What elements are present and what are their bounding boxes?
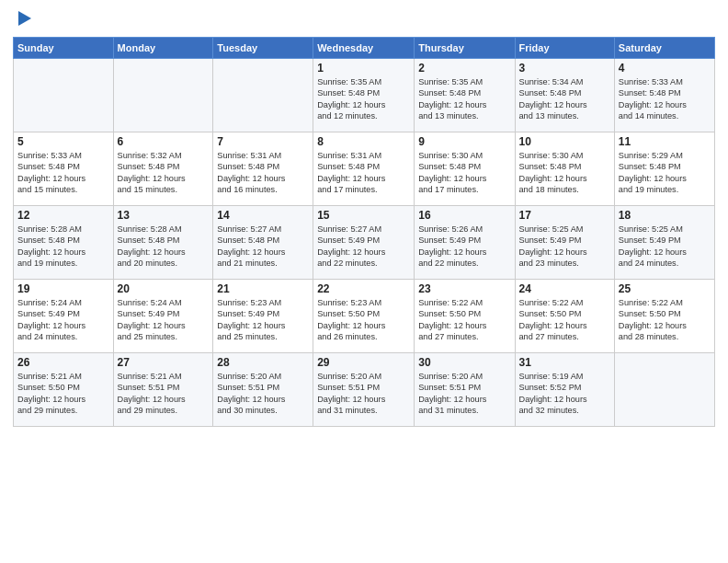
day-info: Sunrise: 5:22 AM Sunset: 5:50 PM Dayligh…	[619, 297, 711, 343]
day-info: Sunrise: 5:27 AM Sunset: 5:48 PM Dayligh…	[217, 224, 309, 270]
day-info: Sunrise: 5:28 AM Sunset: 5:48 PM Dayligh…	[17, 224, 109, 270]
calendar-week-4: 19Sunrise: 5:24 AM Sunset: 5:49 PM Dayli…	[14, 280, 715, 353]
weekday-header-tuesday: Tuesday	[213, 38, 313, 59]
header	[13, 9, 715, 29]
weekday-header-friday: Friday	[515, 38, 614, 59]
calendar-cell: 8Sunrise: 5:31 AM Sunset: 5:48 PM Daylig…	[313, 132, 415, 206]
day-info: Sunrise: 5:29 AM Sunset: 5:48 PM Dayligh…	[619, 150, 711, 196]
day-number: 29	[317, 356, 410, 369]
day-number: 6	[118, 135, 210, 148]
calendar-cell: 13Sunrise: 5:28 AM Sunset: 5:48 PM Dayli…	[113, 206, 213, 280]
calendar-cell: 15Sunrise: 5:27 AM Sunset: 5:49 PM Dayli…	[313, 206, 415, 280]
calendar-week-3: 12Sunrise: 5:28 AM Sunset: 5:48 PM Dayli…	[14, 206, 715, 280]
calendar-cell	[213, 59, 313, 132]
calendar-cell	[113, 59, 213, 132]
calendar-cell: 2Sunrise: 5:35 AM Sunset: 5:48 PM Daylig…	[415, 59, 515, 132]
day-number: 31	[519, 356, 610, 369]
calendar-header: SundayMondayTuesdayWednesdayThursdayFrid…	[14, 38, 715, 59]
calendar-cell: 3Sunrise: 5:34 AM Sunset: 5:48 PM Daylig…	[515, 59, 614, 132]
weekday-header-saturday: Saturday	[614, 38, 714, 59]
calendar-cell: 7Sunrise: 5:31 AM Sunset: 5:48 PM Daylig…	[213, 132, 313, 206]
day-info: Sunrise: 5:28 AM Sunset: 5:48 PM Dayligh…	[118, 224, 210, 270]
calendar-cell: 19Sunrise: 5:24 AM Sunset: 5:49 PM Dayli…	[14, 280, 114, 353]
calendar-cell	[14, 59, 114, 132]
calendar-cell: 9Sunrise: 5:30 AM Sunset: 5:48 PM Daylig…	[415, 132, 515, 206]
day-info: Sunrise: 5:33 AM Sunset: 5:48 PM Dayligh…	[619, 76, 711, 122]
calendar-cell: 26Sunrise: 5:21 AM Sunset: 5:50 PM Dayli…	[14, 353, 114, 427]
calendar-week-5: 26Sunrise: 5:21 AM Sunset: 5:50 PM Dayli…	[14, 353, 715, 427]
calendar-cell: 18Sunrise: 5:25 AM Sunset: 5:49 PM Dayli…	[614, 206, 714, 280]
day-number: 20	[118, 282, 210, 295]
day-number: 2	[418, 62, 510, 75]
day-info: Sunrise: 5:27 AM Sunset: 5:49 PM Dayligh…	[317, 224, 410, 270]
day-number: 9	[418, 135, 510, 148]
day-info: Sunrise: 5:19 AM Sunset: 5:52 PM Dayligh…	[519, 371, 610, 417]
weekday-header-wednesday: Wednesday	[313, 38, 415, 59]
day-number: 14	[217, 209, 309, 222]
page-container: SundayMondayTuesdayWednesdayThursdayFrid…	[0, 0, 728, 563]
calendar-week-1: 1Sunrise: 5:35 AM Sunset: 5:48 PM Daylig…	[14, 59, 715, 132]
day-number: 4	[619, 62, 711, 75]
day-info: Sunrise: 5:24 AM Sunset: 5:49 PM Dayligh…	[118, 297, 210, 343]
day-info: Sunrise: 5:23 AM Sunset: 5:50 PM Dayligh…	[317, 297, 410, 343]
day-number: 8	[317, 135, 410, 148]
day-info: Sunrise: 5:35 AM Sunset: 5:48 PM Dayligh…	[317, 76, 410, 122]
weekday-header-sunday: Sunday	[14, 38, 114, 59]
day-info: Sunrise: 5:26 AM Sunset: 5:49 PM Dayligh…	[418, 224, 510, 270]
day-number: 30	[418, 356, 510, 369]
day-number: 25	[619, 282, 711, 295]
day-info: Sunrise: 5:21 AM Sunset: 5:50 PM Dayligh…	[17, 371, 109, 417]
weekday-header-monday: Monday	[113, 38, 213, 59]
day-info: Sunrise: 5:24 AM Sunset: 5:49 PM Dayligh…	[17, 297, 109, 343]
calendar-cell: 10Sunrise: 5:30 AM Sunset: 5:48 PM Dayli…	[515, 132, 614, 206]
day-number: 15	[317, 209, 410, 222]
calendar-table: SundayMondayTuesdayWednesdayThursdayFrid…	[13, 37, 715, 427]
calendar-cell: 24Sunrise: 5:22 AM Sunset: 5:50 PM Dayli…	[515, 280, 614, 353]
day-number: 12	[17, 209, 109, 222]
calendar-cell: 29Sunrise: 5:20 AM Sunset: 5:51 PM Dayli…	[313, 353, 415, 427]
day-number: 5	[17, 135, 109, 148]
day-info: Sunrise: 5:33 AM Sunset: 5:48 PM Dayligh…	[17, 150, 109, 196]
logo-block	[13, 9, 37, 29]
day-number: 1	[317, 62, 410, 75]
day-number: 24	[519, 282, 610, 295]
day-info: Sunrise: 5:20 AM Sunset: 5:51 PM Dayligh…	[418, 371, 510, 417]
day-number: 17	[519, 209, 610, 222]
day-number: 18	[619, 209, 711, 222]
day-number: 13	[118, 209, 210, 222]
day-info: Sunrise: 5:35 AM Sunset: 5:48 PM Dayligh…	[418, 76, 510, 122]
calendar-cell: 14Sunrise: 5:27 AM Sunset: 5:48 PM Dayli…	[213, 206, 313, 280]
calendar-cell: 16Sunrise: 5:26 AM Sunset: 5:49 PM Dayli…	[415, 206, 515, 280]
calendar-cell: 6Sunrise: 5:32 AM Sunset: 5:48 PM Daylig…	[113, 132, 213, 206]
day-number: 21	[217, 282, 309, 295]
day-number: 3	[519, 62, 610, 75]
calendar-cell: 22Sunrise: 5:23 AM Sunset: 5:50 PM Dayli…	[313, 280, 415, 353]
weekday-header-thursday: Thursday	[415, 38, 515, 59]
logo-icon	[15, 9, 35, 29]
day-info: Sunrise: 5:20 AM Sunset: 5:51 PM Dayligh…	[317, 371, 410, 417]
calendar-cell: 1Sunrise: 5:35 AM Sunset: 5:48 PM Daylig…	[313, 59, 415, 132]
svg-marker-0	[18, 11, 31, 26]
day-number: 19	[17, 282, 109, 295]
day-number: 26	[17, 356, 109, 369]
calendar-body: 1Sunrise: 5:35 AM Sunset: 5:48 PM Daylig…	[14, 59, 715, 427]
day-number: 28	[217, 356, 309, 369]
day-number: 22	[317, 282, 410, 295]
calendar-cell	[614, 353, 714, 427]
day-info: Sunrise: 5:30 AM Sunset: 5:48 PM Dayligh…	[519, 150, 610, 196]
calendar-cell: 5Sunrise: 5:33 AM Sunset: 5:48 PM Daylig…	[14, 132, 114, 206]
calendar-cell: 27Sunrise: 5:21 AM Sunset: 5:51 PM Dayli…	[113, 353, 213, 427]
calendar-week-2: 5Sunrise: 5:33 AM Sunset: 5:48 PM Daylig…	[14, 132, 715, 206]
calendar-cell: 21Sunrise: 5:23 AM Sunset: 5:49 PM Dayli…	[213, 280, 313, 353]
day-info: Sunrise: 5:23 AM Sunset: 5:49 PM Dayligh…	[217, 297, 309, 343]
day-info: Sunrise: 5:25 AM Sunset: 5:49 PM Dayligh…	[519, 224, 610, 270]
calendar-cell: 23Sunrise: 5:22 AM Sunset: 5:50 PM Dayli…	[415, 280, 515, 353]
calendar-cell: 17Sunrise: 5:25 AM Sunset: 5:49 PM Dayli…	[515, 206, 614, 280]
logo	[13, 9, 37, 29]
calendar-cell: 20Sunrise: 5:24 AM Sunset: 5:49 PM Dayli…	[113, 280, 213, 353]
day-number: 23	[418, 282, 510, 295]
calendar-cell: 11Sunrise: 5:29 AM Sunset: 5:48 PM Dayli…	[614, 132, 714, 206]
day-number: 11	[619, 135, 711, 148]
calendar-cell: 31Sunrise: 5:19 AM Sunset: 5:52 PM Dayli…	[515, 353, 614, 427]
day-number: 7	[217, 135, 309, 148]
